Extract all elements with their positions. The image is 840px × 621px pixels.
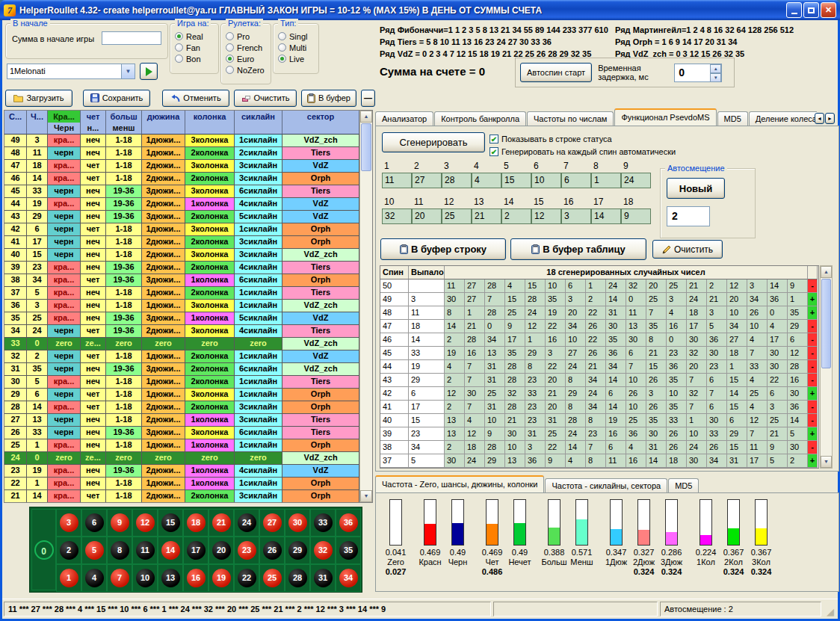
autoshift-input[interactable]: 2: [667, 206, 710, 226]
radio-NoZero[interactable]: NoZero: [221, 64, 271, 75]
board-cell-26[interactable]: 26: [259, 537, 285, 564]
tab-Деление колеса на[interactable]: Деление колеса на: [749, 111, 817, 126]
column-header[interactable]: четн...: [81, 111, 106, 135]
history-scrollbar[interactable]: ▲ ▼: [359, 111, 372, 502]
radio-Bon[interactable]: Bon: [170, 53, 218, 64]
radio-Pro[interactable]: Pro: [221, 31, 271, 42]
board-cell-16[interactable]: 16: [183, 564, 209, 592]
board-cell-24[interactable]: 24: [234, 509, 259, 537]
spinner-down-icon[interactable]: ▼: [710, 73, 721, 82]
board-cell-7[interactable]: 7: [107, 564, 132, 592]
resize-grip[interactable]: ◢: [827, 606, 837, 618]
board-cell-13[interactable]: 13: [158, 564, 183, 592]
tab-Частота - сиклайны, сектора[interactable]: Частота - сиклайны, сектора: [545, 478, 667, 492]
history-row[interactable]: 3525кра...неч19-363дюжи...1колонка5сикла…: [4, 312, 359, 325]
column-header[interactable]: большменш: [106, 111, 142, 135]
history-row[interactable]: 296чернчет1-181дюжи...3колонка1сиклайнOr…: [4, 389, 359, 401]
board-cell-21[interactable]: 21: [209, 509, 234, 537]
load-button[interactable]: Загрузить: [5, 90, 72, 107]
scroll-down-icon[interactable]: ▼: [360, 490, 372, 502]
scrollbar-thumb[interactable]: [361, 123, 371, 171]
history-row[interactable]: 4533черннеч19-363дюжи...3колонка6сиклайн…: [4, 185, 359, 198]
board-cell-5[interactable]: 5: [81, 537, 107, 564]
board-cell-10[interactable]: 10: [132, 564, 158, 592]
history-row[interactable]: 2114кра...чет1-182дюжи...2колонка3сиклай…: [4, 490, 359, 502]
spin-table-scrollbar[interactable]: ▲ ▼: [820, 265, 833, 469]
board-cell-6[interactable]: 6: [81, 509, 107, 537]
history-row[interactable]: 4015черннеч1-182дюжи...3колонка3сиклайнV…: [4, 249, 359, 262]
autospin-start-button[interactable]: Автоспин старт: [520, 63, 592, 82]
history-row[interactable]: 2319кра...неч19-362дюжи...1колонка4сикла…: [4, 465, 359, 478]
history-row[interactable]: 3135черннеч19-363дюжи...2колонка6сиклайн…: [4, 363, 359, 376]
radio-Singl[interactable]: Singl: [274, 31, 318, 42]
tab-Контроль банкролла[interactable]: Контроль банкролла: [434, 111, 526, 126]
board-cell-29[interactable]: 29: [285, 537, 310, 564]
board-cell-12[interactable]: 12: [132, 509, 158, 537]
scroll-up-icon[interactable]: ▲: [360, 111, 372, 123]
board-cell-33[interactable]: 33: [310, 509, 336, 537]
radio-Real[interactable]: Real: [170, 31, 218, 42]
board-cell-27[interactable]: 27: [259, 509, 285, 537]
board-cell-25[interactable]: 25: [259, 564, 285, 592]
copy-table-button[interactable]: В буфер таблицу: [510, 238, 646, 260]
minimize-button[interactable]: [786, 2, 802, 18]
history-row[interactable]: 322чернчет1-181дюжи...2колонка1сиклайнVd…: [4, 350, 359, 363]
history-row[interactable]: 221кра...неч1-181дюжи...1колонка1сиклайн…: [4, 478, 359, 490]
generate-button[interactable]: Сгенерировать: [382, 132, 485, 152]
column-header[interactable]: сектор: [282, 111, 359, 135]
column-header[interactable]: Кра...Черн: [48, 111, 81, 135]
board-cell-zero[interactable]: 0: [31, 509, 56, 590]
history-row[interactable]: 4811черннеч1-181дюжи...2колонка2сиклайнT…: [4, 147, 359, 160]
board-cell-19[interactable]: 19: [209, 564, 234, 592]
checkbox-checked-icon[interactable]: ✔: [490, 135, 498, 143]
history-row[interactable]: 330zeroze...zerozerozerozeroVdZ_zch: [4, 338, 359, 350]
tab-Частоты по числам[interactable]: Частоты по числам: [527, 111, 614, 126]
radio-Multi[interactable]: Multi: [274, 42, 318, 53]
new-button[interactable]: Новый: [667, 178, 725, 199]
tab-scroll-right[interactable]: ►: [825, 113, 835, 124]
save-button[interactable]: Сохранить: [83, 90, 150, 107]
tab-Функционал PsevdoMS[interactable]: Функционал PsevdoMS: [614, 108, 716, 126]
scrollbar-thumb[interactable]: [821, 279, 831, 368]
copy-row-button[interactable]: В буфер строку: [380, 238, 506, 260]
tab-scroll-left[interactable]: ◄: [815, 113, 824, 124]
board-cell-28[interactable]: 28: [285, 564, 310, 592]
tab-Анализатор[interactable]: Анализатор: [375, 111, 433, 126]
maximize-button[interactable]: [803, 2, 819, 18]
history-row[interactable]: 2633черннеч19-363дюжи...3колонка6сиклайн…: [4, 427, 359, 439]
radio-French[interactable]: French: [221, 42, 271, 53]
collapse-panel-button[interactable]: —: [361, 90, 375, 107]
scroll-down-icon[interactable]: ▼: [821, 456, 832, 468]
board-cell-2[interactable]: 2: [56, 537, 81, 564]
history-row[interactable]: 2713черннеч1-182дюжи...1колонка3сиклайнT…: [4, 414, 359, 427]
board-cell-11[interactable]: 11: [132, 537, 158, 564]
board-cell-22[interactable]: 22: [234, 564, 259, 592]
history-row[interactable]: 375кра...неч1-181дюжи...2колонка1сиклайн…: [4, 287, 359, 300]
radio-Live[interactable]: Live: [274, 53, 318, 64]
to-buffer-button[interactable]: В буфер: [301, 90, 356, 107]
close-button[interactable]: ✕: [821, 2, 836, 18]
history-row[interactable]: 4117черннеч1-182дюжи...2колонка3сиклайнO…: [4, 236, 359, 249]
history-row[interactable]: 363кра...неч1-181дюжи...3колонка1сиклайн…: [4, 300, 359, 312]
radio-Euro[interactable]: Euro: [221, 53, 271, 64]
history-row[interactable]: 426чернчет1-181дюжи...3колонка1сиклайнOr…: [4, 223, 359, 236]
start-sum-input[interactable]: [102, 31, 161, 45]
board-cell-8[interactable]: 8: [107, 537, 132, 564]
board-cell-14[interactable]: 14: [158, 537, 183, 564]
board-cell-36[interactable]: 36: [336, 509, 361, 537]
tab-MD5[interactable]: MD5: [668, 478, 699, 492]
history-row[interactable]: 3923кра...неч19-362дюжи...2колонка4сикла…: [4, 262, 359, 274]
board-cell-20[interactable]: 20: [209, 537, 234, 564]
title-bar[interactable]: 7 HelperRoullet 4.32- create helperroull…: [0, 0, 840, 20]
column-header[interactable]: Ч...: [27, 111, 48, 135]
scroll-up-icon[interactable]: ▲: [821, 266, 832, 278]
board-cell-30[interactable]: 30: [285, 509, 310, 537]
history-row[interactable]: 3424чернчет19-362дюжи...3колонка4сиклайн…: [4, 325, 359, 338]
history-row[interactable]: 305кра...неч1-181дюжи...2колонка1сиклайн…: [4, 376, 359, 389]
combo-dropdown-icon[interactable]: ▼: [121, 64, 135, 78]
delay-spinner[interactable]: 0 ▲ ▼: [674, 64, 722, 82]
history-row[interactable]: 4329черннеч19-363дюжи...2колонка5сиклайн…: [4, 211, 359, 223]
board-cell-34[interactable]: 34: [336, 564, 361, 592]
show-status-checkbox[interactable]: ✔ Показывать в строке статуса: [490, 135, 612, 143]
tab-MD5[interactable]: MD5: [717, 111, 748, 126]
